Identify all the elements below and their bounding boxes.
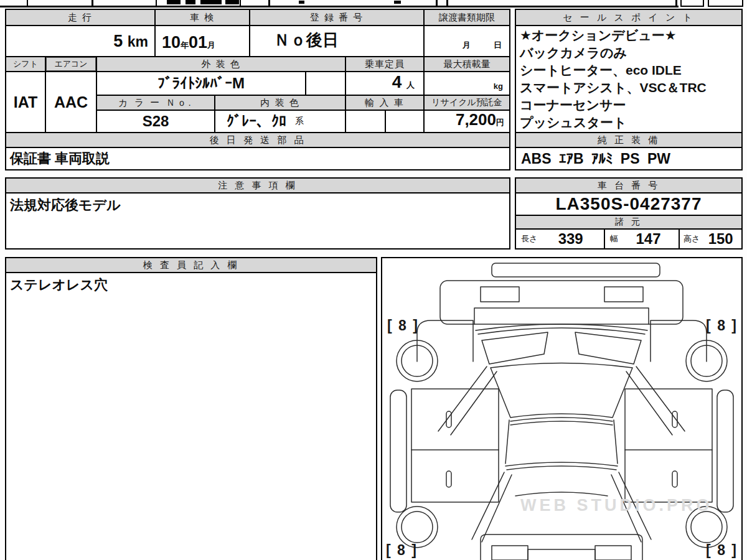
tire-depth-rear-right: [ 8 ] <box>706 542 738 559</box>
cutoff-glyph <box>299 1 304 4</box>
cutoff-vline <box>436 0 438 6</box>
import-car-header: 輸 入 車 <box>346 96 423 110</box>
chassis-no-header: 車 台 番 号 <box>516 179 741 192</box>
sill-right <box>717 390 733 512</box>
capacity-value: 4 人 <box>346 72 423 95</box>
auction-sheet: { "colors": { "header_bg": "#d7d7d7", "g… <box>0 0 747 560</box>
cutoff-glyph <box>186 0 195 4</box>
sales-point-line: スマートアシスト、VSC＆TRC <box>520 79 741 96</box>
genuine-equipment-value: ABS ｴｱB ｱﾙﾐ PS PW <box>516 148 741 169</box>
spec-width-cell: 幅 147 <box>605 230 679 248</box>
front-fender-left <box>417 320 473 362</box>
genuine-equipment-header: 純 正 装 備 <box>516 133 741 147</box>
cutoff-vline <box>156 0 157 6</box>
sill-left <box>390 390 406 512</box>
cutoff-glyph <box>225 0 239 4</box>
registration-header: 登 録 番 号 <box>250 10 423 25</box>
recycle-fee-value: 7,200円 <box>425 111 509 132</box>
later-shipping-value: 保証書 車両取説 <box>6 148 509 169</box>
cutoff-vline <box>446 0 448 6</box>
cutoff-gridline <box>0 6 679 7</box>
tire-depth-rear-left: [ 8 ] <box>386 542 418 559</box>
tire-depth-front-left: [ 8 ] <box>387 317 419 334</box>
spec-length-cell: 長さ 339 <box>516 230 604 248</box>
transfer-docs-header: 譲渡書類期限 <box>425 10 509 25</box>
shift-value: IAT <box>6 72 45 132</box>
chassis-specs-block: 車 台 番 号 LA350S-0427377 諸 元 長さ 339 幅 147 … <box>515 177 743 250</box>
interior-color-value: ｸﾞﾚｰ、ｸﾛ 系 <box>215 111 345 132</box>
doors-right <box>625 389 712 502</box>
cutoff-small-cell <box>680 0 704 7</box>
inspection-value: 10年01月 <box>156 26 249 56</box>
mileage-value: 5 km <box>6 26 154 56</box>
shift-header: シフト <box>6 57 45 71</box>
sales-point-header: セ ー ル ス ポ イ ン ト <box>516 10 741 25</box>
car-diagram-box: [ 8 ] [ 8 ] [ 8 ] [ 8 ] WEB STUDIO.PRO <box>381 257 743 560</box>
front-top-strip <box>492 263 660 277</box>
exterior-color-extra <box>306 72 345 95</box>
exterior-color-header: 外 装 色 <box>97 57 345 71</box>
later-shipping-header: 後 日 発 送 部 品 <box>6 133 509 147</box>
notes-header: 注 意 事 項 欄 <box>6 179 509 192</box>
recycle-fee-header: リサイクル預託金 <box>425 96 509 110</box>
cutoff-vline <box>675 0 677 6</box>
sales-point-panel: セ ー ル ス ポ イ ン ト ★オークションデビュー★ バックカメラのみ シー… <box>515 9 743 170</box>
inspector-notes-body: ステレオレス穴 <box>6 273 376 560</box>
mileage-header: 走 行 <box>6 10 154 25</box>
sales-point-line: バックカメラのみ <box>520 44 741 62</box>
aircon-header: エアコン <box>46 57 96 71</box>
cutoff-vline <box>27 0 28 6</box>
max-load-value: kg <box>425 72 509 95</box>
color-no-header: カ ラ ー Ｎｏ. <box>97 96 214 110</box>
main-table: 走 行 車 検 登 録 番 号 譲渡書類期限 5 km 10年01月 Ｎｏ後日 … <box>5 9 510 170</box>
cutoff-glyph <box>167 0 181 4</box>
specs-header: 諸 元 <box>516 216 741 228</box>
notes-body: 法規対応後モデル <box>6 194 509 248</box>
chassis-no-value: LA350S-0427377 <box>516 194 741 215</box>
inspector-notes-header: 検 査 員 記 入 欄 <box>6 258 376 272</box>
transfer-docs-value: 月 日 <box>425 26 509 56</box>
cutoff-glyph <box>200 0 222 4</box>
sales-point-line: ★オークションデビュー★ <box>520 27 741 44</box>
sales-point-body: ★オークションデビュー★ バックカメラのみ シートヒーター、eco IDLE ス… <box>516 26 741 132</box>
cutoff-vline <box>240 0 241 6</box>
import-car-value-right <box>386 111 423 132</box>
cutoff-vline <box>268 0 270 6</box>
max-load-header: 最大積載量 <box>425 57 509 71</box>
registration-value: Ｎｏ後日 <box>250 26 423 56</box>
sales-point-line: プッシュスタート <box>520 114 741 131</box>
front-bumper <box>440 281 683 324</box>
tire-depth-front-right: [ 8 ] <box>706 317 738 334</box>
cutoff-small-cell <box>708 0 743 7</box>
interior-color-header: 内 装 色 <box>215 96 345 110</box>
import-car-value-left <box>346 111 385 132</box>
color-no-value: S28 <box>97 111 214 132</box>
sales-point-line: コーナーセンサー <box>520 96 741 114</box>
inspection-header: 車 検 <box>156 10 249 25</box>
inspector-notes-block: 検 査 員 記 入 欄 ステレオレス穴 <box>5 257 377 560</box>
cutoff-row <box>0 0 747 8</box>
exterior-color-value: ﾌﾞﾗｲﾄｼﾙﾊﾞｰM <box>97 72 305 95</box>
front-fender-right <box>651 320 707 362</box>
cutoff-vline <box>92 0 93 6</box>
watermark: WEB STUDIO.PRO <box>520 496 713 515</box>
notes-block: 注 意 事 項 欄 法規対応後モデル <box>5 177 510 250</box>
sales-point-line: シートヒーター、eco IDLE <box>520 62 741 79</box>
spec-height-cell: 高さ 150 <box>680 230 741 248</box>
cutoff-glyph <box>394 1 401 4</box>
doors-left <box>411 389 499 502</box>
capacity-header: 乗車定員 <box>346 57 423 71</box>
aircon-value: AAC <box>46 72 96 132</box>
